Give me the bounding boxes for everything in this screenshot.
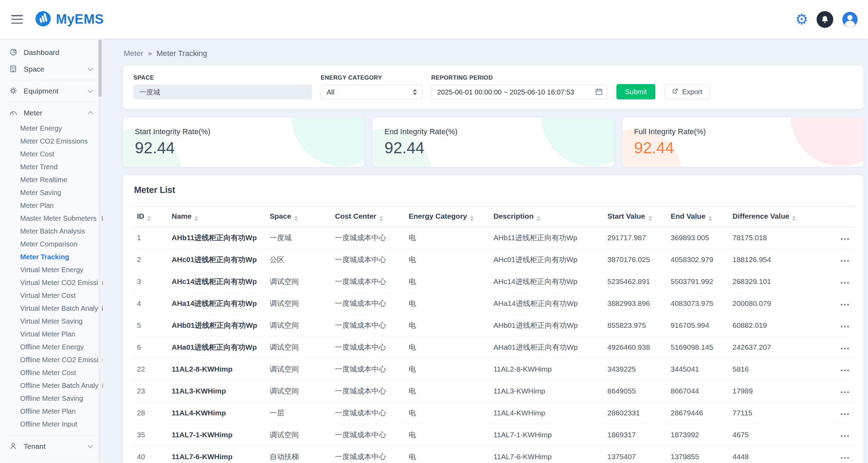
cell-name: 11AL7-1-KWHimp [167, 424, 265, 446]
column-header-actions [821, 206, 854, 227]
row-actions-ellipsis-icon[interactable] [840, 323, 850, 330]
sidebar-item-meter-saving[interactable]: Meter Saving [0, 186, 103, 199]
cell-id: 35 [132, 424, 167, 446]
sidebar-item-virtual-meter-plan[interactable]: Virtual Meter Plan [0, 328, 103, 341]
cell-name: AHa14进线柜正向有功Wp [167, 293, 265, 315]
sidebar-item-offline-meter-batch-analysis[interactable]: Offline Meter Batch Analysis [0, 379, 103, 392]
sidebar-item-offline-meter-co2-emission[interactable]: Offline Meter CO2 Emission [0, 354, 103, 366]
sort-icon[interactable] [294, 216, 298, 221]
energy-category-select[interactable]: All [321, 85, 422, 99]
column-header-difference-value[interactable]: Difference Value [728, 206, 821, 227]
settings-gear-icon[interactable]: ⚙ [795, 12, 808, 27]
meter-list-title: Meter List [134, 185, 852, 195]
sidebar-item-meter-trend[interactable]: Meter Trend [0, 161, 103, 173]
column-header-label: ID [137, 212, 144, 220]
cell-id: 23 [132, 380, 167, 402]
sidebar-item-store[interactable]: Store [0, 460, 103, 463]
row-actions-ellipsis-icon[interactable] [840, 411, 850, 418]
sidebar-item-tenant[interactable]: Tenant [0, 438, 103, 455]
cell-id: 4 [132, 293, 167, 315]
sort-icon[interactable] [195, 216, 198, 221]
gauge-icon [9, 108, 18, 117]
cell-end-value: 28679446 [666, 402, 728, 424]
meter-table: IDNameSpaceCost CenterEnergy CategoryDes… [132, 206, 854, 463]
sidebar-item-virtual-meter-co2-emission[interactable]: Virtual Meter CO2 Emission [0, 276, 103, 289]
sidebar-item-meter[interactable]: Meter [0, 105, 103, 121]
sidebar-item-meter-tracking[interactable]: Meter Tracking [0, 251, 103, 263]
sidebar-item-dashboard[interactable]: Dashboard [0, 44, 103, 61]
space-input[interactable] [133, 85, 312, 99]
sidebar-divider [6, 102, 97, 102]
cell-cost-center: 一度城成本中心 [330, 249, 404, 271]
sidebar-scrollbar-thumb[interactable] [98, 40, 102, 97]
cell-start-value: 855823.975 [603, 315, 666, 336]
sidebar-item-offline-meter-energy[interactable]: Offline Meter Energy [0, 341, 103, 354]
sidebar-item-master-meter-submeters-ba[interactable]: Master Meter Submeters Ba [0, 212, 103, 225]
full-integrity-card: Full Integrity Rate(%) 92.44 [622, 117, 863, 167]
row-actions-ellipsis-icon[interactable] [840, 235, 850, 243]
column-header-space[interactable]: Space [265, 206, 330, 227]
brand-logo[interactable]: MyEMS [35, 10, 104, 29]
sidebar-item-offline-meter-input[interactable]: Offline Meter Input [0, 418, 103, 431]
cell-id: 1 [132, 227, 167, 249]
submit-button[interactable]: Submit [616, 84, 655, 99]
sidebar-item-meter-co2-emissions[interactable]: Meter CO2 Emissions [0, 135, 103, 148]
column-header-start-value[interactable]: Start Value [603, 206, 666, 227]
cell-description: AHb01进线柜正向有功Wp [489, 315, 603, 336]
sort-icon[interactable] [379, 216, 383, 221]
row-actions-ellipsis-icon[interactable] [840, 389, 850, 396]
row-actions-ellipsis-icon[interactable] [840, 301, 850, 308]
column-header-description[interactable]: Description [489, 206, 603, 227]
sort-icon[interactable] [147, 216, 151, 221]
user-avatar-icon[interactable] [842, 11, 858, 28]
sort-icon[interactable] [470, 216, 474, 221]
export-button[interactable]: Export [664, 84, 710, 99]
row-actions-ellipsis-icon[interactable] [840, 367, 850, 374]
hamburger-menu-icon[interactable] [11, 15, 23, 24]
sidebar-item-label: Meter [24, 109, 42, 117]
sort-icon[interactable] [537, 216, 540, 221]
row-actions-ellipsis-icon[interactable] [840, 257, 850, 265]
row-actions-ellipsis-icon[interactable] [840, 454, 850, 462]
meter-table-body: 1AHb11进线柜正向有功Wp一度城一度城成本中心电AHb11进线柜正向有功Wp… [132, 227, 854, 463]
notifications-bell-icon[interactable] [817, 11, 833, 28]
sidebar-item-virtual-meter-batch-analysis[interactable]: Virtual Meter Batch Analysis [0, 302, 103, 315]
cell-space: 调试空间 [265, 271, 330, 293]
sidebar-item-offline-meter-plan[interactable]: Offline Meter Plan [0, 405, 103, 418]
cell-actions [821, 293, 854, 315]
sidebar-item-space[interactable]: Space [0, 61, 103, 78]
breadcrumb-meter-link[interactable]: Meter [124, 49, 143, 58]
sidebar-item-virtual-meter-saving[interactable]: Virtual Meter Saving [0, 315, 103, 328]
column-header-energy-category[interactable]: Energy Category [404, 206, 489, 227]
row-actions-ellipsis-icon[interactable] [840, 279, 850, 286]
sidebar-item-equipment[interactable]: Equipment [0, 83, 103, 99]
sort-icon[interactable] [709, 216, 712, 221]
sidebar-item-virtual-meter-cost[interactable]: Virtual Meter Cost [0, 289, 103, 302]
sort-icon[interactable] [792, 216, 796, 221]
chevron-down-icon [88, 66, 93, 71]
sidebar-item-meter-energy[interactable]: Meter Energy [0, 122, 103, 135]
row-actions-ellipsis-icon[interactable] [840, 432, 850, 440]
cell-id: 22 [132, 358, 167, 380]
sidebar-item-virtual-meter-energy[interactable]: Virtual Meter Energy [0, 263, 103, 276]
column-header-label: Description [493, 212, 534, 220]
sidebar-item-meter-comparison[interactable]: Meter Comparison [0, 238, 103, 251]
sidebar-item-meter-realtime[interactable]: Meter Realtime [0, 173, 103, 186]
column-header-end-value[interactable]: End Value [666, 206, 728, 227]
sidebar-scrollbar-track[interactable] [98, 39, 102, 463]
reporting-period-input[interactable] [431, 85, 607, 99]
sidebar-item-meter-batch-analysis[interactable]: Meter Batch Analysis [0, 225, 103, 238]
column-header-name[interactable]: Name [167, 206, 265, 227]
sidebar-item-offline-meter-cost[interactable]: Offline Meter Cost [0, 366, 103, 379]
chevron-down-icon [88, 443, 93, 448]
meter-submenu: Meter EnergyMeter CO2 EmissionsMeter Cos… [0, 121, 103, 433]
stat-value: 92.44 [384, 138, 602, 157]
sidebar-item-meter-cost[interactable]: Meter Cost [0, 148, 103, 161]
row-actions-ellipsis-icon[interactable] [840, 345, 850, 352]
column-header-cost-center[interactable]: Cost Center [330, 206, 404, 227]
sidebar-item-meter-plan[interactable]: Meter Plan [0, 199, 103, 212]
column-header-id[interactable]: ID [132, 206, 167, 227]
sidebar-item-offline-meter-saving[interactable]: Offline Meter Saving [0, 392, 103, 405]
sort-icon[interactable] [648, 216, 652, 221]
cell-cost-center: 一度城成本中心 [330, 293, 404, 315]
